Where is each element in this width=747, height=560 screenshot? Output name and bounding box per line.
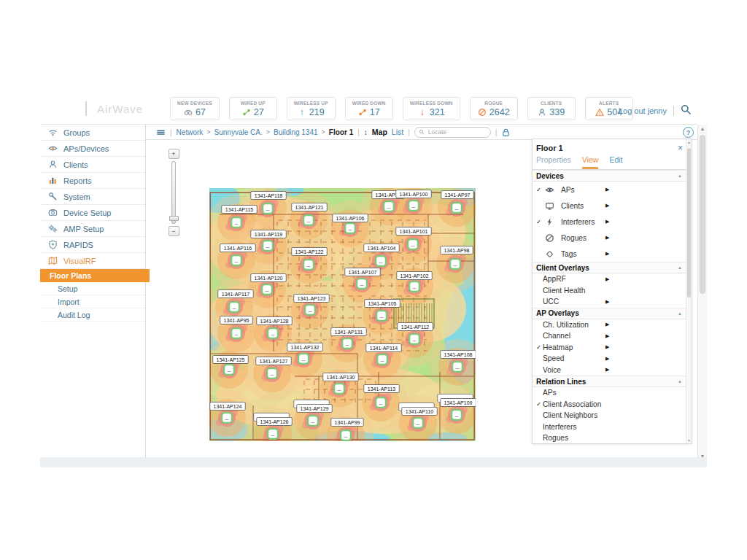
section-header-client-overlays[interactable]: Client Overlays▲	[533, 262, 686, 273]
ap-label[interactable]: 1341-AP118	[251, 192, 287, 200]
panel-item-tags[interactable]: Tags▶	[533, 246, 686, 262]
ap-label[interactable]: 1341-AP119	[251, 230, 287, 238]
floorplan-heatmap[interactable]: 1341-AP1181341-AP101341-AP1001341-AP9713…	[209, 188, 476, 441]
ap-marker[interactable]	[342, 338, 352, 349]
play-icon[interactable]: ▶	[605, 219, 609, 225]
ap-marker[interactable]	[267, 368, 277, 378]
ap-marker[interactable]	[303, 215, 314, 225]
sidebar-subitem-floor-plans[interactable]: Floor Plans	[40, 269, 150, 282]
panel-item-heatmap[interactable]: ✓Heatmap▶	[533, 342, 686, 354]
ap-label[interactable]: 1341-AP114	[366, 344, 402, 352]
ap-marker[interactable]	[263, 203, 273, 214]
ap-label[interactable]: 1341-AP101	[396, 228, 432, 236]
zoom-out-button[interactable]: −	[169, 226, 179, 236]
sidebar-item-system[interactable]: System	[40, 189, 145, 205]
breadcrumb-item[interactable]: Network	[177, 128, 204, 136]
section-header-relation-lines[interactable]: Relation Lines▲	[533, 376, 686, 387]
ap-marker[interactable]	[305, 305, 315, 315]
tab-edit[interactable]: Edit	[609, 155, 622, 169]
ap-marker[interactable]	[231, 217, 241, 228]
ap-label[interactable]: 1341-AP95	[220, 316, 252, 324]
ap-marker[interactable]	[452, 362, 462, 372]
scroll-down-icon[interactable]: ▼	[686, 438, 692, 443]
ap-marker[interactable]	[413, 418, 423, 428]
section-header-ap-overlays[interactable]: AP Overlays▲	[533, 308, 686, 319]
panel-item-speed[interactable]: Speed▶	[533, 353, 686, 365]
panel-item-interferers[interactable]: ✓Interferers▶	[533, 214, 686, 230]
ap-label[interactable]: 1341-AP124	[210, 402, 246, 411]
scroll-up-icon[interactable]: ▲	[686, 140, 692, 144]
sidebar-subitem-audit-log[interactable]: Audit Log	[40, 308, 145, 322]
ap-label[interactable]: 1341-AP128	[257, 317, 293, 325]
panel-item-client-health[interactable]: Client Health	[533, 285, 686, 297]
ap-marker[interactable]	[231, 328, 241, 338]
ap-marker[interactable]	[409, 281, 419, 292]
ap-marker[interactable]	[409, 334, 419, 344]
sidebar-item-amp-setup[interactable]: AMP Setup	[40, 221, 145, 237]
ap-label[interactable]: 1341-AP130	[323, 373, 359, 381]
page-scroll-thumb[interactable]	[700, 135, 705, 294]
ap-marker[interactable]	[357, 279, 367, 289]
ap-label[interactable]: 1341-AP99	[331, 419, 363, 427]
ap-label[interactable]: 1341-AP98	[441, 246, 473, 254]
map-view-button[interactable]: Map	[372, 128, 387, 136]
sidebar-item-rapids[interactable]: RAPIDS	[40, 237, 145, 253]
section-header-devices[interactable]: Devices▲	[533, 170, 686, 182]
status-counter[interactable]: WIRED UP27	[229, 97, 277, 120]
ap-label[interactable]: 1341-AP110	[399, 403, 438, 416]
ap-label[interactable]: 1341-AP108	[441, 351, 476, 359]
collapse-updown-icon[interactable]: ↕	[364, 128, 368, 136]
play-icon[interactable]: ▶	[605, 187, 609, 192]
ap-marker[interactable]	[303, 260, 314, 270]
ap-label[interactable]: 1341-AP104	[364, 244, 400, 252]
tab-properties[interactable]: Properties	[536, 155, 571, 169]
ap-marker[interactable]	[384, 201, 394, 211]
ap-marker[interactable]	[263, 241, 273, 251]
play-icon[interactable]: ▶	[605, 367, 609, 373]
sidebar-subitem-setup[interactable]: Setup	[40, 282, 145, 295]
play-icon[interactable]: ▶	[605, 333, 609, 339]
ap-label[interactable]: 1341-AP132	[287, 343, 323, 351]
ap-label[interactable]: 1341-AP126	[254, 413, 293, 426]
ap-label[interactable]: 1341-AP106	[333, 214, 368, 222]
ap-marker[interactable]	[262, 284, 272, 295]
ap-label[interactable]: 1341-AP129	[294, 400, 333, 413]
panel-item-channel[interactable]: Channel▶	[533, 330, 686, 342]
ap-label[interactable]: 1341-AP121	[292, 203, 328, 211]
panel-scroll-thumb[interactable]	[687, 148, 691, 298]
zoom-in-button[interactable]: +	[169, 149, 179, 159]
ap-label[interactable]: 1341-AP107	[345, 268, 381, 276]
ap-marker[interactable]	[376, 256, 386, 266]
ap-marker[interactable]	[450, 259, 460, 269]
floorplan-svg[interactable]: 1341-AP1181341-AP101341-AP1001341-AP9713…	[209, 188, 476, 441]
ap-label[interactable]: 1341-AP105	[365, 300, 400, 308]
panel-item-clients[interactable]: Clients▶	[533, 198, 686, 214]
ap-label[interactable]: 1341-AP102	[397, 272, 433, 280]
help-button[interactable]: ?	[683, 127, 694, 138]
sidebar-subitem-import[interactable]: Import	[40, 295, 145, 308]
ap-marker[interactable]	[334, 384, 344, 394]
play-icon[interactable]: ▶	[605, 322, 609, 327]
tab-view[interactable]: View	[582, 155, 599, 169]
ap-label[interactable]: 1341-AP125	[213, 356, 249, 364]
locate-input[interactable]	[427, 128, 484, 136]
ap-label[interactable]: 1341-AP109	[438, 394, 476, 407]
sidebar-item-device-setup[interactable]: Device Setup	[40, 205, 145, 221]
status-counter[interactable]: NEW DEVICES67	[170, 97, 220, 120]
logout-link[interactable]: Log out jenny	[619, 106, 667, 115]
ap-marker[interactable]	[376, 311, 387, 321]
panel-item-client-association[interactable]: ✓Client Association	[533, 399, 686, 411]
ap-label[interactable]: 1341-AP112	[398, 323, 433, 331]
ap-label[interactable]: 1341-AP131	[331, 328, 367, 336]
ap-marker[interactable]	[229, 302, 239, 312]
ap-label[interactable]: 1341-AP123	[294, 295, 330, 303]
ap-marker[interactable]	[345, 223, 355, 233]
play-icon[interactable]: ▶	[605, 356, 609, 362]
status-counter[interactable]: ROGUE2642	[470, 97, 518, 120]
status-counter[interactable]: WIRED DOWN17	[345, 97, 393, 120]
search-icon[interactable]	[680, 104, 692, 115]
ap-marker[interactable]	[231, 255, 241, 265]
list-view-button[interactable]: List	[392, 128, 403, 136]
ap-marker[interactable]	[408, 239, 418, 249]
layers-icon[interactable]	[156, 128, 166, 137]
